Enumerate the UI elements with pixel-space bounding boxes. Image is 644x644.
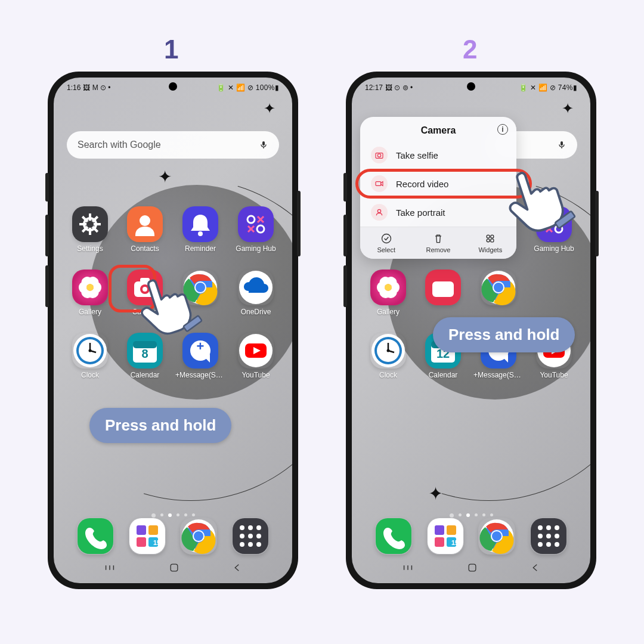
app-contacts[interactable]: Contacts xyxy=(120,206,169,253)
svg-point-45 xyxy=(89,349,92,352)
svg-point-114 xyxy=(377,154,380,157)
svg-point-71 xyxy=(248,534,253,538)
app-calendar[interactable]: 8Calendar xyxy=(120,333,169,379)
app-chrome[interactable] xyxy=(473,270,524,316)
svg-point-118 xyxy=(487,235,490,238)
dock-tiles[interactable]: 15 xyxy=(427,518,464,555)
app-info-icon[interactable]: i xyxy=(497,124,508,135)
portrait-icon xyxy=(371,204,388,221)
app-gaming[interactable]: Gaming Hub xyxy=(231,206,280,253)
reminder-icon xyxy=(182,206,218,242)
app-chrome[interactable] xyxy=(175,270,225,316)
svg-point-75 xyxy=(256,542,261,547)
popup-item-label: Take selfie xyxy=(396,150,438,160)
dock-chrome[interactable] xyxy=(478,518,515,555)
status-left-icons: 🖼 M ⊙ • xyxy=(83,83,110,92)
popup-action-label: Widgets xyxy=(478,246,502,253)
sparkle-icon: ✦ xyxy=(158,167,172,187)
app-label: Gallery xyxy=(377,308,400,316)
svg-point-38 xyxy=(196,283,205,292)
app-message[interactable]: ++Message(SM… xyxy=(175,333,225,379)
svg-point-135 xyxy=(546,525,551,530)
status-left-icons: 🖼 ⊙ ⊚ • xyxy=(385,83,413,92)
svg-rect-76 xyxy=(171,564,178,571)
nav-bar xyxy=(54,558,292,580)
nav-home[interactable] xyxy=(466,562,478,576)
dock-apps[interactable] xyxy=(530,518,567,555)
svg-point-134 xyxy=(538,525,543,530)
app-gallery[interactable]: Gallery xyxy=(364,270,413,316)
chrome-icon xyxy=(481,270,516,305)
app-label: Gaming Hub xyxy=(534,244,574,253)
gallery-icon xyxy=(72,270,108,305)
svg-point-132 xyxy=(492,531,501,541)
popup-action-remove[interactable]: Remove xyxy=(412,227,464,259)
svg-point-74 xyxy=(248,542,253,547)
svg-text:15: 15 xyxy=(451,539,459,546)
app-label: Reminder xyxy=(185,244,216,253)
nav-recents[interactable] xyxy=(401,561,414,577)
svg-rect-58 xyxy=(148,525,158,535)
gaming-icon xyxy=(536,206,572,242)
nav-back[interactable] xyxy=(530,562,541,575)
mic-icon[interactable] xyxy=(259,140,268,150)
phone-side-button xyxy=(45,173,49,202)
app-reminder[interactable]: Reminder xyxy=(175,206,225,253)
svg-point-103 xyxy=(387,349,390,352)
svg-rect-77 xyxy=(536,206,572,242)
calendar-icon: 8 xyxy=(127,333,163,369)
dock-tiles[interactable]: 15 xyxy=(129,518,166,555)
popup-action-label: Select xyxy=(377,246,395,253)
svg-rect-122 xyxy=(376,518,411,554)
app-gallery[interactable]: Gallery xyxy=(66,270,114,316)
svg-point-142 xyxy=(555,542,559,547)
status-bar: 1:16 🖼 M ⊙ • 🔋 ✕ 📶 ⊘ 100%▮ xyxy=(54,78,292,95)
svg-point-68 xyxy=(248,525,253,530)
svg-point-139 xyxy=(555,534,559,538)
search-placeholder: Search with Google xyxy=(78,140,161,150)
svg-point-67 xyxy=(240,525,244,530)
app-label: Settings xyxy=(77,244,103,253)
app-youtube[interactable]: YouTube xyxy=(231,333,280,379)
phone-vol-up xyxy=(45,215,49,256)
dock-chrome[interactable] xyxy=(180,518,217,555)
step-1-label: 1 xyxy=(164,35,178,64)
app-clock[interactable]: Clock xyxy=(66,333,114,379)
nav-back[interactable] xyxy=(232,562,243,575)
app-label: +Message(SM… xyxy=(175,371,225,379)
dock: 15 xyxy=(54,518,292,555)
svg-point-29 xyxy=(86,284,94,291)
svg-point-65 xyxy=(194,531,203,541)
popup-action-widgets[interactable]: Widgets xyxy=(465,227,516,259)
page-indicator[interactable] xyxy=(54,513,292,518)
page-indicator[interactable] xyxy=(352,513,590,518)
app-label: Contacts xyxy=(131,244,159,253)
mic-icon[interactable] xyxy=(557,140,566,150)
app-camera-half[interactable] xyxy=(419,270,467,316)
nav-home[interactable] xyxy=(168,562,180,576)
svg-point-140 xyxy=(538,542,543,547)
app-label: YouTube xyxy=(540,371,568,379)
dock-phone[interactable] xyxy=(77,518,114,555)
chrome-icon xyxy=(182,270,218,305)
nav-recents[interactable] xyxy=(103,561,116,577)
popup-item-portrait[interactable]: Take portrait xyxy=(360,198,516,227)
popup-action-select[interactable]: Select xyxy=(360,227,412,259)
phone-vol-down xyxy=(343,265,347,307)
app-clock[interactable]: Clock xyxy=(364,333,413,379)
svg-point-120 xyxy=(487,239,490,242)
svg-rect-55 xyxy=(78,518,113,554)
app-onedrive[interactable]: OneDrive xyxy=(231,270,280,316)
app-settings[interactable]: Settings xyxy=(66,206,114,253)
dock: 15 xyxy=(352,518,590,555)
svg-rect-124 xyxy=(435,525,444,535)
svg-rect-123 xyxy=(428,518,463,554)
app-gaming[interactable]: Gaming Hub xyxy=(530,206,578,253)
dock-apps[interactable] xyxy=(232,518,269,555)
google-search-bar[interactable]: Search with Google xyxy=(67,131,279,159)
popup-item-camera[interactable]: Take selfie xyxy=(360,141,516,169)
status-right-icons: 🔋 ✕ 📶 ⊘ 100%▮ xyxy=(216,83,279,92)
dock-phone[interactable] xyxy=(375,518,412,555)
svg-point-73 xyxy=(240,542,244,547)
svg-point-72 xyxy=(256,534,261,538)
